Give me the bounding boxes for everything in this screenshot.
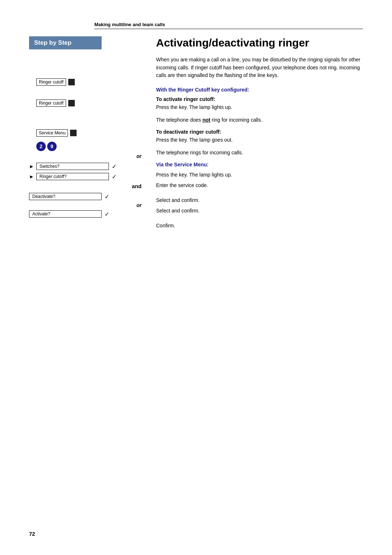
ringer-cutoff-menu-box: Ringer cutoff? xyxy=(36,173,109,180)
content-layout: Step by Step Ringer cutoff Ringer cutoff xyxy=(29,36,363,232)
numbers-row: 2 9 xyxy=(29,142,145,151)
deactivate-line1: Press the key. The lamp goes out. xyxy=(156,136,363,144)
ringer-cutoff-key-2: Ringer cutoff xyxy=(36,100,66,107)
step-by-step-header: Step by Step xyxy=(29,36,102,49)
right-column: Activating/deactivating ringer When you … xyxy=(145,36,363,232)
service-press: Press the key. The lamp lights up. xyxy=(156,171,363,179)
lamp-off xyxy=(68,100,75,106)
intro-text: When you are making a call on a line, yo… xyxy=(156,56,363,80)
activate-title: To activate ringer cutoff: xyxy=(156,96,363,102)
number-circle-1: 2 xyxy=(36,142,46,151)
deactivate-block: To deactivate ringer cutoff: Press the k… xyxy=(156,129,363,157)
ringer-cutoff-activate-row: Ringer cutoff xyxy=(29,78,145,86)
left-items: Ringer cutoff Ringer cutoff Service Menu xyxy=(29,78,145,220)
and-label: and xyxy=(29,183,145,189)
arrow-icon-2: ► xyxy=(29,174,34,179)
ringer-cutoff-key-1: Ringer cutoff xyxy=(36,78,66,86)
check-switches: ✓ xyxy=(112,163,117,170)
activate-row: Activate? ✓ xyxy=(29,210,145,218)
ringer-cutoff-menu-row: ► Ringer cutoff? ✓ xyxy=(29,173,145,180)
check-ringer-cutoff: ✓ xyxy=(112,173,117,180)
service-lamp xyxy=(70,130,77,136)
page-title: Activating/deactivating ringer xyxy=(156,36,363,49)
check-activate: ✓ xyxy=(105,211,109,218)
deactivate-title: To deactivate ringer cutoff: xyxy=(156,129,363,135)
confirm-text: Confirm. xyxy=(156,222,363,230)
switches-row: ► Switches? ✓ xyxy=(29,163,145,170)
activate-line2: The telephone does not ring for incoming… xyxy=(156,116,363,124)
select-confirm-1: Select and confirm. xyxy=(156,197,363,204)
lamp-on xyxy=(68,79,75,85)
service-menu-row: Service Menu xyxy=(29,129,145,137)
page-number: 72 xyxy=(29,531,35,537)
or-label-1: or xyxy=(29,153,145,159)
service-menu-key: Service Menu xyxy=(36,129,68,137)
deactivate-line2: The telephone rings for incoming calls. xyxy=(156,149,363,157)
activate-box: Activate? xyxy=(29,210,102,218)
not-bold: not xyxy=(203,117,211,123)
or-label-2: or xyxy=(29,202,145,208)
activate-block: To activate ringer cutoff: Press the key… xyxy=(156,96,363,124)
number-circle-2: 9 xyxy=(47,142,57,151)
arrow-icon-1: ► xyxy=(29,163,34,169)
check-deactivate: ✓ xyxy=(105,193,109,200)
deactivate-box: Deactivate? xyxy=(29,193,102,200)
ringer-cutoff-section-title: With the Ringer Cutoff key configured: xyxy=(156,87,363,93)
section-header: Making multiline and team calls xyxy=(94,22,363,29)
service-menu-title: Via the Service Menu: xyxy=(156,162,363,167)
ringer-cutoff-deactivate-row: Ringer cutoff xyxy=(29,100,145,107)
page-container: Making multiline and team calls Step by … xyxy=(0,0,392,555)
select-confirm-2: Select and confirm. xyxy=(156,207,363,215)
service-enter: Enter the service code. xyxy=(156,182,363,189)
deactivate-row: Deactivate? ✓ xyxy=(29,193,145,200)
switches-box: Switches? xyxy=(36,163,109,170)
activate-line1: Press the key. The lamp lights up. xyxy=(156,104,363,111)
left-column: Step by Step Ringer cutoff Ringer cutoff xyxy=(29,36,145,232)
